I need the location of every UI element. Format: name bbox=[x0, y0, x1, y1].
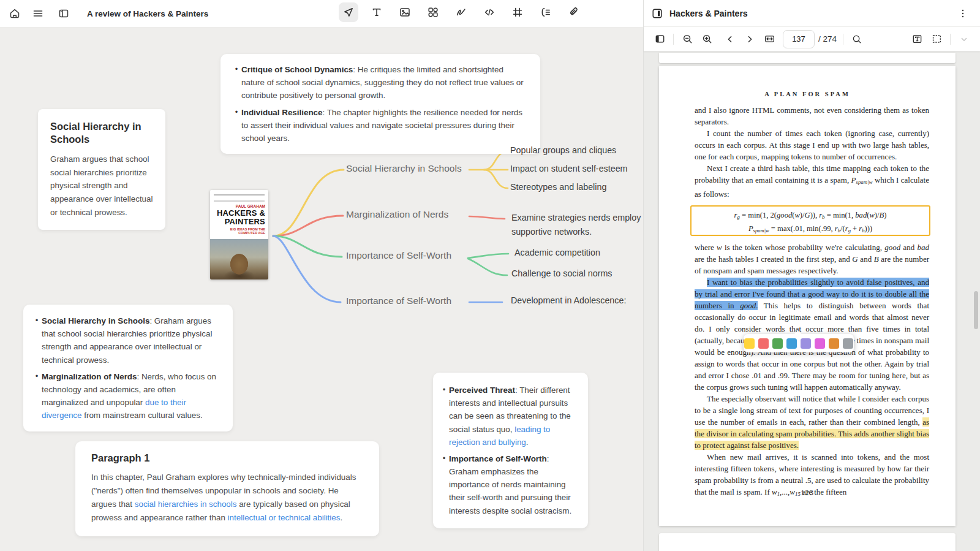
color-swatch-gray[interactable] bbox=[843, 338, 853, 349]
right-notes-card[interactable]: • Perceived Threat: Their different inte… bbox=[433, 373, 588, 528]
home-icon bbox=[9, 7, 21, 20]
divider bbox=[950, 34, 951, 45]
running-head: A PLAN FOR SPAM bbox=[659, 91, 956, 97]
board-title: A review of Hackers & Painters bbox=[87, 9, 208, 18]
canvas[interactable]: Social Hierarchy in Schools Graham argue… bbox=[0, 27, 643, 551]
panel-left-icon bbox=[654, 33, 666, 45]
formula-annotation-box[interactable]: rg = min(1, 2(good(w)/G)), rb = min(1, b… bbox=[690, 205, 930, 236]
mindmap-node-self-worth-2[interactable]: Importance of Self-Worth bbox=[346, 295, 451, 306]
color-swatch-yellow[interactable] bbox=[744, 338, 755, 349]
image-icon bbox=[399, 6, 411, 18]
pen-scribble-icon bbox=[455, 6, 467, 18]
area-select-mode-button[interactable] bbox=[927, 29, 946, 49]
mindmap-leaf-clipped[interactable]: Examine strategies nerds employ to r sup… bbox=[511, 211, 643, 239]
book-title-line2: PAINTERS bbox=[210, 217, 268, 226]
pdf-page: A PLAN FOR SPAM and I also ignore HTML c… bbox=[659, 66, 956, 526]
pdf-header: Hackers & Painters bbox=[644, 0, 980, 27]
outline-tool-button[interactable] bbox=[536, 2, 556, 22]
display-mode-dropdown[interactable] bbox=[954, 29, 974, 49]
pdf-scrollbar-thumb[interactable] bbox=[974, 291, 978, 329]
prev-page-button[interactable] bbox=[720, 29, 740, 49]
bullet-dot: • bbox=[439, 452, 449, 465]
color-swatch-red[interactable] bbox=[758, 338, 769, 349]
book-subtitle: BIG IDEAS FROM THE COMPUTER AGE bbox=[210, 226, 268, 237]
book-cover[interactable]: PAUL GRAHAM HACKERS & PAINTERS BIG IDEAS… bbox=[210, 190, 268, 279]
mindmap-leaf[interactable]: Popular groups and cliques bbox=[510, 145, 616, 155]
draw-tool-button[interactable] bbox=[451, 2, 471, 22]
mindmap-leaf[interactable]: Challenge to social norms bbox=[511, 268, 612, 278]
pdf-sidebar-toggle-button[interactable] bbox=[650, 29, 669, 49]
mindmap-node-social-hierarchy[interactable]: Social Hierarchy in Schools bbox=[346, 163, 462, 174]
bullet-dot: • bbox=[232, 63, 241, 76]
bullet-dot: • bbox=[439, 384, 449, 397]
attachment-tool-button[interactable] bbox=[564, 2, 584, 22]
left-notes-card[interactable]: • Social Hierarchy in Schools: Graham ar… bbox=[23, 305, 233, 431]
mindmap-leaf[interactable]: Academic competition bbox=[514, 248, 600, 257]
next-page-button[interactable] bbox=[740, 29, 760, 49]
next-page-edge bbox=[659, 533, 956, 551]
mindmap-node-self-worth-1[interactable]: Importance of Self-Worth bbox=[346, 250, 451, 261]
book-cover-quote-lines bbox=[214, 194, 265, 202]
sidebar-toggle-button[interactable] bbox=[54, 4, 74, 23]
summary-card-title: Social Hierarchy in Schools bbox=[50, 120, 153, 146]
mindmap-node-marginalization[interactable]: Marginalization of Nerds bbox=[346, 209, 448, 220]
area-select-icon bbox=[931, 33, 943, 45]
zoom-in-button[interactable] bbox=[697, 29, 717, 49]
code-tool-button[interactable] bbox=[480, 2, 499, 22]
app-window: A review of Hackers & Painters bbox=[0, 0, 980, 551]
frame-tool-button[interactable] bbox=[508, 2, 527, 22]
branch-line-blue bbox=[273, 236, 341, 302]
color-swatch-purple[interactable] bbox=[801, 338, 811, 349]
zoom-out-button[interactable] bbox=[677, 29, 697, 49]
select-tool-button[interactable] bbox=[339, 2, 358, 22]
pdf-title: Hackers & Painters bbox=[669, 9, 953, 18]
paragraph-card-title: Paragraph 1 bbox=[91, 452, 363, 465]
paragraph: and I also ignore HTML comments, not eve… bbox=[695, 104, 929, 127]
bullet-dot: • bbox=[32, 370, 42, 383]
hamburger-icon bbox=[32, 7, 44, 20]
chevron-left-icon bbox=[725, 34, 736, 45]
fit-width-icon bbox=[764, 33, 775, 45]
pdf-more-button[interactable] bbox=[953, 4, 973, 23]
tool-palette bbox=[339, 2, 584, 22]
book-title-line1: HACKERS & bbox=[210, 208, 268, 217]
text-select-mode-button[interactable] bbox=[907, 29, 927, 49]
bullet-text: Social Hierarchy in Schools: Graham argu… bbox=[42, 314, 222, 367]
tower-of-babel-art bbox=[210, 239, 268, 279]
pdf-viewer[interactable]: A PLAN FOR SPAM and I also ignore HTML c… bbox=[644, 51, 980, 551]
leaf-line: Examine strategies nerds employ to r bbox=[511, 211, 643, 225]
list-item: • Importance of Self-Worth: Graham empha… bbox=[439, 452, 579, 517]
page-number-input[interactable] bbox=[783, 30, 815, 48]
top-notes-card[interactable]: • Critique of School Dynamics: He critiq… bbox=[221, 54, 540, 154]
image-tool-button[interactable] bbox=[395, 2, 415, 22]
shapes-tool-button[interactable] bbox=[423, 2, 443, 22]
bullet-dot: • bbox=[232, 106, 241, 119]
cursor-icon bbox=[342, 6, 355, 18]
formula-line-1: rg = min(1, 2(good(w)/G)), rb = min(1, b… bbox=[692, 210, 929, 223]
bullet-text: Perceived Threat: Their different intere… bbox=[449, 384, 579, 449]
summary-card[interactable]: Social Hierarchy in Schools Graham argue… bbox=[38, 109, 165, 230]
book-author: PAUL GRAHAM bbox=[210, 203, 268, 208]
shapes-icon bbox=[427, 6, 439, 18]
color-swatch-blue[interactable] bbox=[786, 338, 797, 349]
page-text-column: and I also ignore HTML comments, not eve… bbox=[695, 104, 929, 500]
color-swatch-green[interactable] bbox=[772, 338, 783, 349]
leaf-line: supportive networks. bbox=[511, 225, 643, 239]
outline-list-icon bbox=[540, 6, 552, 18]
color-swatch-magenta[interactable] bbox=[815, 338, 825, 349]
color-swatch-orange[interactable] bbox=[829, 338, 839, 349]
pdf-panel: Hackers & Painters bbox=[643, 0, 980, 551]
home-button[interactable] bbox=[5, 4, 24, 23]
page-number: 123 bbox=[659, 488, 956, 498]
pdf-toolbar: / 274 bbox=[644, 27, 980, 51]
paragraph-card[interactable]: Paragraph 1 In this chapter, Paul Graham… bbox=[75, 441, 379, 536]
bullet-text: Critique of School Dynamics: He critique… bbox=[241, 63, 526, 102]
fit-width-button[interactable] bbox=[760, 29, 779, 49]
menu-button[interactable] bbox=[28, 4, 48, 23]
list-item: • Social Hierarchy in Schools: Graham ar… bbox=[32, 314, 222, 367]
text-tool-button[interactable] bbox=[367, 2, 386, 22]
mindmap-leaf[interactable]: Impact on student self-esteem bbox=[510, 164, 628, 173]
mindmap-leaf[interactable]: Development in Adolescence: bbox=[511, 295, 626, 305]
mindmap-leaf[interactable]: Stereotypes and labeling bbox=[510, 182, 606, 192]
search-button[interactable] bbox=[847, 29, 867, 49]
